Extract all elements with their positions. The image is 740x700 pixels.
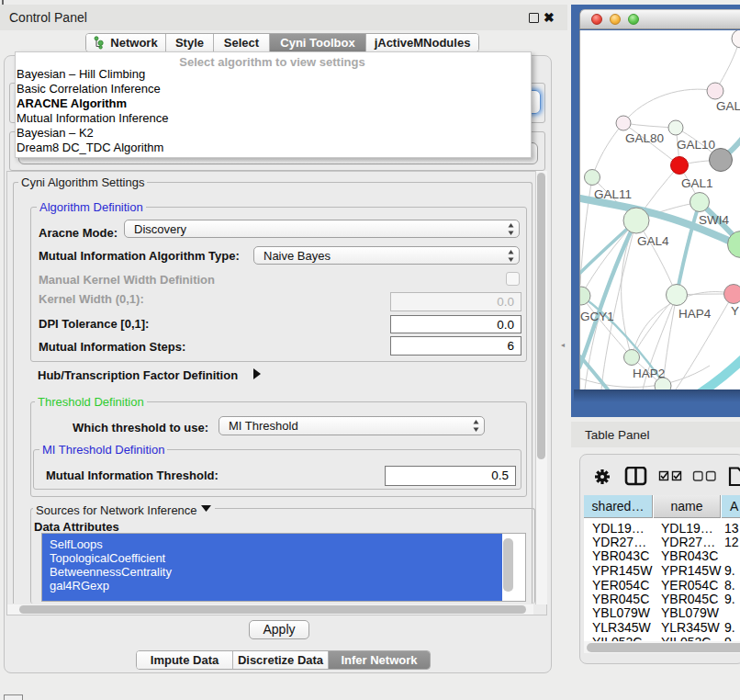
svg-text:GCY1: GCY1 bbox=[580, 310, 614, 323]
svg-text:Y: Y bbox=[731, 304, 739, 318]
svg-text:SWI4: SWI4 bbox=[699, 213, 729, 227]
svg-text:GAL80: GAL80 bbox=[625, 131, 664, 145]
svg-text:HAP4: HAP4 bbox=[678, 307, 712, 321]
svg-text:HAP2: HAP2 bbox=[633, 367, 665, 380]
svg-text:GAL: GAL bbox=[716, 99, 740, 113]
svg-text:GAL1: GAL1 bbox=[681, 176, 713, 190]
svg-text:GAL10: GAL10 bbox=[677, 138, 715, 152]
svg-text:GAL11: GAL11 bbox=[594, 187, 632, 201]
svg-text:GAL4: GAL4 bbox=[637, 234, 669, 248]
